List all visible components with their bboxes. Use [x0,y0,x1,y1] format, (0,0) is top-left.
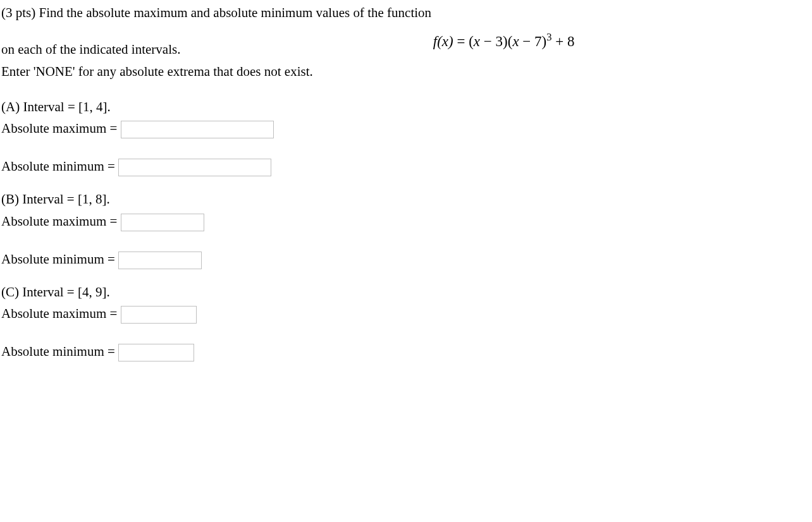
none-line: Enter 'NONE' for any absolute extrema th… [1,63,313,80]
part-b-a: 1 [82,191,89,207]
part-c-max-label: Absolute maximum = [1,306,121,321]
c2: 7 [534,33,542,49]
part-c-lbracket: [ [78,284,82,300]
part-c-min-label: Absolute minimum = [1,344,118,359]
part-a-b: 4 [96,99,103,114]
part-a-period: . [108,99,111,114]
part-b-min-row: Absolute minimum = [1,250,792,269]
part-a-rbracket: ] [103,99,108,114]
part-b-interval: (B) Interval = [1, 8]. [1,190,792,208]
part-a-max-input[interactable] [121,121,274,138]
part-a-min-label: Absolute minimum = [1,159,118,174]
part-c-label: (C) Interval = [1,284,78,300]
part-a-label: (A) Interval = [1,99,78,114]
part-a-interval: (A) Interval = [1, 4]. [1,98,792,116]
intervals-line: on each of the indicated intervals. [1,40,313,58]
m2: − [519,33,534,49]
intro-line: (3 pts) Find the absolute maximum and ab… [1,4,792,21]
part-b-label: (B) Interval = [1,191,78,207]
part-b-max-row: Absolute maximum = [1,212,792,231]
part-c-min-row: Absolute minimum = [1,343,792,361]
part-c-comma: , [89,284,95,300]
part-a-max-label: Absolute maximum = [1,121,121,136]
c1: 3 [496,33,503,49]
plus: + [552,33,567,49]
part-b-min-label: Absolute minimum = [1,252,118,267]
part-a-a: 1 [83,99,90,114]
rp1: ) [503,33,508,49]
part-b-b: 8 [95,191,102,207]
part-b-period: . [106,191,109,207]
eq: = [453,33,469,49]
part-b-lbracket: [ [78,191,82,207]
part-c-max-input[interactable] [121,306,197,324]
part-c-interval: (C) Interval = [4, 9]. [1,283,792,301]
part-c-period: . [106,284,109,300]
m1: − [480,33,495,49]
part-b-max-input[interactable] [121,214,204,231]
part-b-max-label: Absolute maximum = [1,214,121,229]
intro-col: on each of the indicated intervals. Ente… [1,25,313,84]
question-body: (3 pts) Find the absolute maximum and ab… [1,4,792,361]
part-c-a: 4 [82,284,89,300]
part-a-max-row: Absolute maximum = [1,119,792,138]
part-b-comma: , [89,191,95,207]
lp1: ( [469,33,474,49]
function-formula: f(x) = (x − 3)(x − 7)3 + 8 [326,25,792,51]
exp: 3 [546,31,551,43]
intro-row: on each of the indicated intervals. Ente… [1,25,792,84]
part-a-lbracket: [ [78,99,83,114]
part-a-comma: , [90,99,97,114]
x1: x [474,33,480,49]
part-a-min-input[interactable] [118,159,271,176]
part-c-b: 9 [95,284,102,300]
part-c-max-row: Absolute maximum = [1,305,792,324]
fx: f(x) [433,33,453,49]
part-b: (B) Interval = [1, 8]. Absolute maximum … [1,190,792,269]
part-a: (A) Interval = [1, 4]. Absolute maximum … [1,98,792,176]
part-a-min-row: Absolute minimum = [1,157,792,176]
x2: x [512,33,519,49]
const: 8 [567,33,575,49]
part-c-min-input[interactable] [118,344,194,361]
part-b-min-input[interactable] [118,252,202,269]
part-c: (C) Interval = [4, 9]. Absolute maximum … [1,283,792,361]
